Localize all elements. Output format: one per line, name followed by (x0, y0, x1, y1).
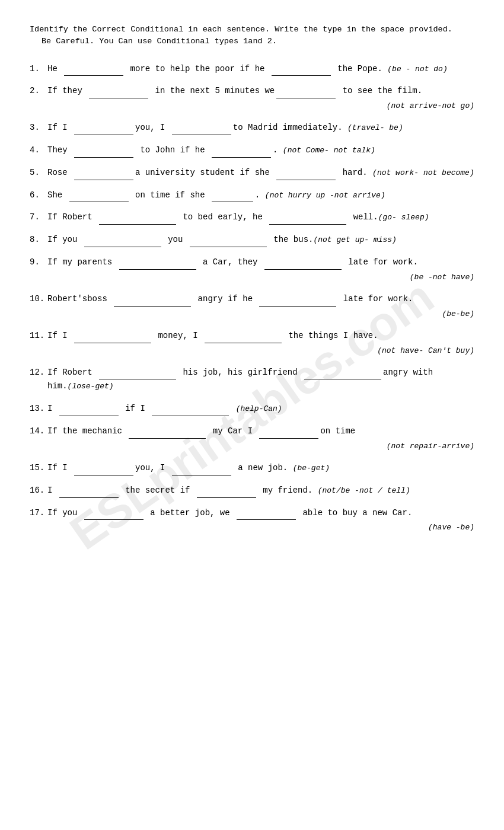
blank[interactable] (276, 89, 336, 98)
blank[interactable] (197, 489, 256, 498)
item-number-8: 8. (30, 233, 47, 247)
exercise-item-7: 7. If Robert to bed early, he well.(go- … (30, 210, 474, 225)
item-content-6: She on time if she . (not hurry up -not … (47, 189, 474, 203)
item-content-7: If Robert to bed early, he well.(go- sle… (47, 210, 474, 225)
hint: (not hurry up -not arrive) (265, 191, 385, 200)
hint: (not/be -not / tell) (318, 486, 410, 495)
blank[interactable] (99, 370, 176, 379)
exercise-item-11: 11. If I money, I the things I have. (no… (30, 329, 474, 357)
blank[interactable] (64, 66, 123, 76)
blank[interactable] (272, 66, 331, 76)
item-number-11: 11. (30, 329, 47, 343)
blank[interactable] (152, 407, 229, 416)
blank[interactable] (212, 193, 253, 202)
hint: (be-be) (47, 308, 474, 321)
blank[interactable] (89, 89, 148, 98)
blank[interactable] (237, 510, 296, 520)
exercise-item-15: 15. If I you, I a new job. (be-get) (30, 461, 474, 475)
exercise-item-2: 2. If they in the next 5 minutes we to s… (30, 84, 474, 113)
exercise-item-9: 9. If my parents a Car, they late for wo… (30, 256, 474, 284)
blank[interactable] (129, 429, 206, 439)
blank[interactable] (59, 407, 119, 416)
item-number-14: 14. (30, 424, 47, 439)
exercise-item-12: 12. If Robert his job, his girlfriend an… (30, 366, 474, 394)
blank[interactable] (264, 260, 342, 270)
item-number-15: 15. (30, 461, 47, 475)
item-number-13: 13. (30, 402, 47, 416)
item-number-6: 6. (30, 189, 47, 203)
hint: (help-Can) (236, 404, 282, 413)
blank[interactable] (74, 466, 133, 475)
item-content-17: If you a better job, we able to buy a ne… (47, 506, 474, 535)
blank[interactable] (84, 510, 143, 520)
item-content-1: He more to help the poor if he the Pope.… (47, 62, 474, 76)
exercise-list: 1. He more to help the poor if he the Po… (30, 62, 474, 535)
exercise-item-3: 3. If I you, I to Madrid immediately. (t… (30, 121, 474, 135)
hint: (go- sleep) (378, 213, 429, 222)
item-number-16: 16. (30, 484, 47, 498)
item-number-7: 7. (30, 210, 47, 225)
item-content-11: If I money, I the things I have. (not ha… (47, 329, 474, 357)
hint: (not Come- not talk) (283, 146, 375, 155)
blank[interactable] (172, 126, 231, 135)
instruction-line1: Identify the Correct Conditional in each… (30, 24, 474, 36)
instruction-line2: Be Careful. You Can use Conditional type… (30, 36, 474, 47)
item-number-9: 9. (30, 256, 47, 270)
exercise-item-16: 16. I the secret if my friend. (not/be -… (30, 484, 474, 498)
item-content-5: Rose a university student if she hard. (… (47, 166, 474, 180)
blank[interactable] (84, 238, 161, 247)
blank[interactable] (212, 148, 271, 158)
blank[interactable] (69, 193, 129, 202)
hint: (not have- Can't buy) (47, 344, 474, 357)
item-content-2: If they in the next 5 minutes we to see … (47, 84, 474, 113)
hint: (not arrive-not go) (47, 100, 474, 113)
exercise-item-1: 1. He more to help the poor if he the Po… (30, 62, 474, 76)
blank[interactable] (269, 215, 346, 225)
exercise-item-10: 10. Robert'sboss angry if he late for wo… (30, 292, 474, 321)
exercise-item-17: 17. If you a better job, we able to buy … (30, 506, 474, 535)
item-content-15: If I you, I a new job. (be-get) (47, 461, 474, 475)
blank[interactable] (259, 429, 318, 439)
item-number-2: 2. (30, 84, 47, 98)
blank[interactable] (276, 171, 336, 180)
blank[interactable] (59, 489, 119, 498)
hint: (not get up- miss) (313, 235, 396, 244)
item-content-10: Robert'sboss angry if he late for work. … (47, 292, 474, 321)
item-content-14: If the mechanic my Car I on time (not re… (47, 424, 474, 453)
blank[interactable] (99, 215, 176, 225)
blank[interactable] (205, 334, 282, 343)
item-number-10: 10. (30, 292, 47, 307)
item-content-9: If my parents a Car, they late for work.… (47, 256, 474, 284)
item-number-4: 4. (30, 143, 47, 158)
blank[interactable] (74, 334, 151, 343)
hint: (not repair-arrive) (47, 440, 474, 453)
blank[interactable] (74, 126, 133, 135)
item-content-16: I the secret if my friend. (not/be -not … (47, 484, 474, 498)
hint: (be-get) (293, 464, 330, 473)
item-content-3: If I you, I to Madrid immediately. (trav… (47, 121, 474, 135)
blank[interactable] (259, 297, 336, 307)
hint: (be - not do) (387, 65, 447, 74)
exercise-item-14: 14. If the mechanic my Car I on time (no… (30, 424, 474, 453)
item-content-12: If Robert his job, his girlfriend angry … (47, 366, 474, 394)
instructions: Identify the Correct Conditional in each… (30, 24, 474, 48)
item-number-1: 1. (30, 62, 47, 76)
item-number-12: 12. (30, 366, 47, 380)
hint: (travel- be) (347, 123, 403, 132)
blank[interactable] (74, 148, 133, 158)
hint: (lose-get) (68, 382, 114, 391)
item-number-3: 3. (30, 121, 47, 135)
blank[interactable] (190, 238, 267, 247)
blank[interactable] (304, 370, 381, 379)
exercise-item-13: 13. I if I (help-Can) (30, 402, 474, 416)
blank[interactable] (119, 260, 196, 270)
item-number-5: 5. (30, 166, 47, 180)
blank[interactable] (172, 466, 231, 475)
blank[interactable] (74, 171, 133, 180)
blank[interactable] (114, 297, 191, 307)
exercise-item-6: 6. She on time if she . (not hurry up -n… (30, 189, 474, 203)
hint: (not work- not become) (372, 168, 474, 177)
item-content-13: I if I (help-Can) (47, 402, 474, 416)
item-content-4: They to John if he . (not Come- not talk… (47, 143, 474, 158)
item-content-8: If you you the bus.(not get up- miss) (47, 233, 474, 247)
